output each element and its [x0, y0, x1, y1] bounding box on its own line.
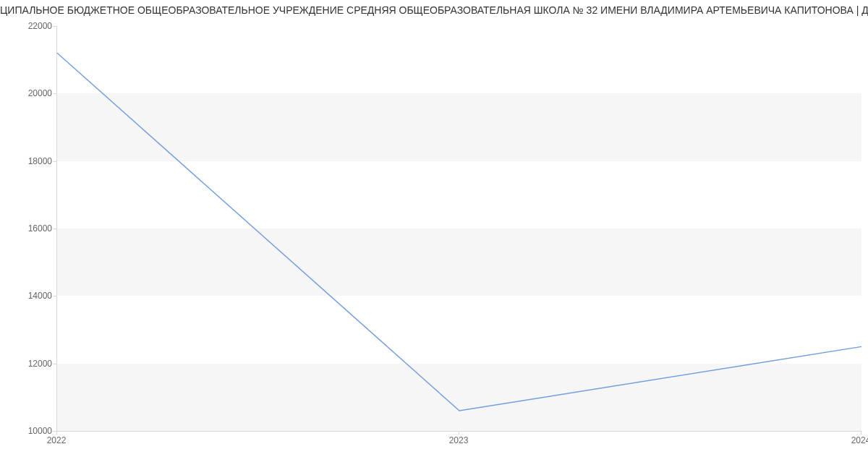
y-tick-mark — [53, 93, 56, 94]
y-tick-mark — [53, 364, 56, 364]
y-tick-label: 20000 — [9, 88, 52, 98]
y-tick-mark — [53, 228, 56, 229]
y-tick-label: 22000 — [9, 21, 52, 31]
plot-area — [56, 26, 861, 432]
y-tick-label: 14000 — [9, 291, 52, 301]
y-tick-mark — [53, 161, 56, 162]
x-tick-mark — [459, 431, 459, 435]
x-tick-label: 2022 — [47, 435, 67, 445]
chart-title: ЦИПАЛЬНОЕ БЮДЖЕТНОЕ ОБЩЕОБРАЗОВАТЕЛЬНОЕ … — [0, 0, 868, 16]
x-tick-mark — [56, 431, 57, 435]
y-tick-mark — [53, 296, 56, 296]
x-tick-label: 2023 — [449, 435, 469, 445]
y-tick-mark — [53, 26, 56, 27]
chart-container: 1000012000140001600018000200002200020222… — [0, 19, 868, 467]
y-tick-label: 16000 — [9, 223, 52, 234]
y-tick-label: 10000 — [9, 426, 52, 436]
y-tick-label: 18000 — [9, 156, 52, 166]
x-tick-label: 2024 — [851, 435, 868, 445]
y-tick-label: 12000 — [9, 359, 52, 369]
series-line — [57, 53, 861, 411]
x-tick-mark — [861, 431, 861, 435]
line-layer — [57, 26, 861, 431]
